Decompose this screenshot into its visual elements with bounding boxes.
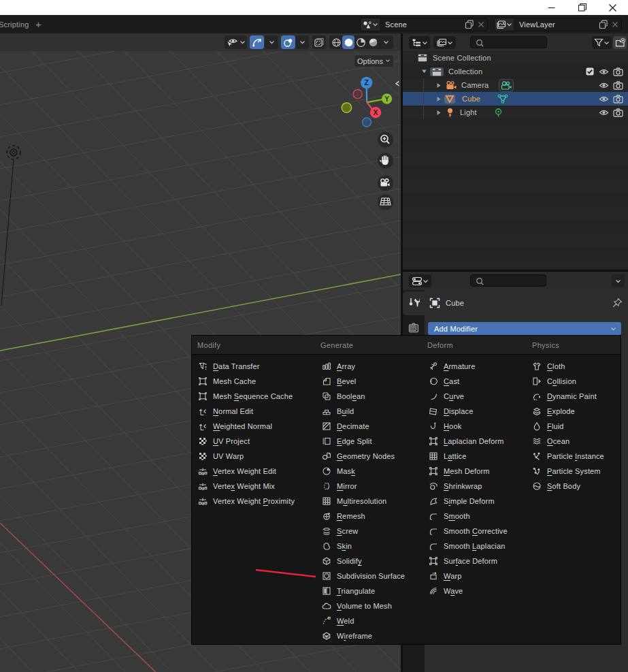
svg-text:X: X bbox=[374, 108, 378, 116]
svg-text:Z: Z bbox=[364, 78, 369, 86]
svg-text:Y: Y bbox=[384, 95, 389, 103]
